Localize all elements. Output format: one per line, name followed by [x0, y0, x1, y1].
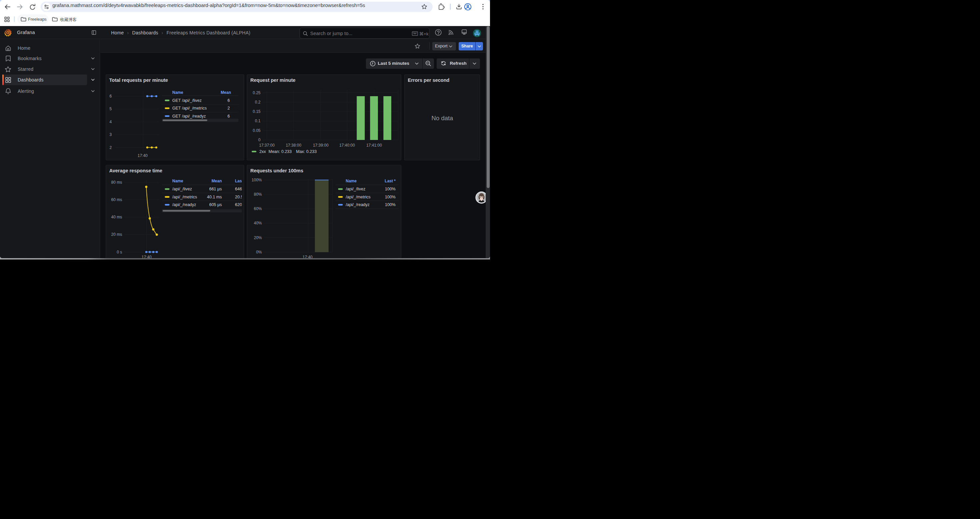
svg-text:80%: 80%	[253, 192, 261, 197]
svg-text:0: 0	[258, 137, 261, 142]
svg-text:2: 2	[228, 106, 230, 110]
svg-text:0.2: 0.2	[255, 100, 261, 105]
svg-text:100%: 100%	[385, 187, 396, 192]
svg-text:100%: 100%	[385, 195, 396, 200]
svg-text:60%: 60%	[253, 206, 261, 211]
svg-text:17:41:00: 17:41:00	[366, 143, 382, 147]
svg-text:17:38:00: 17:38:00	[286, 143, 301, 147]
svg-text:0 s: 0 s	[116, 249, 122, 254]
svg-text:40%: 40%	[253, 221, 261, 225]
svg-text:40 ms: 40 ms	[111, 215, 122, 219]
svg-text:80 ms: 80 ms	[111, 180, 122, 185]
svg-text:40.1 ms: 40.1 ms	[207, 195, 221, 200]
svg-text:17:39:00: 17:39:00	[313, 143, 329, 147]
svg-text:5: 5	[110, 107, 112, 111]
svg-text:Max: 0.233: Max: 0.233	[296, 149, 317, 154]
svg-text:GET /api/_/metrics: GET /api/_/metrics	[172, 106, 207, 110]
svg-text:100%: 100%	[251, 177, 262, 182]
svg-text:0.15: 0.15	[253, 109, 261, 114]
svg-text:3: 3	[110, 132, 112, 137]
svg-text:17:40: 17:40	[302, 254, 312, 258]
svg-text:Mean: 0.233: Mean: 0.233	[269, 149, 292, 154]
svg-text:Name: Name	[172, 179, 183, 184]
svg-text:2xx: 2xx	[259, 149, 266, 154]
svg-text:6: 6	[228, 98, 230, 103]
svg-text:/api/_/readyz: /api/_/readyz	[345, 203, 369, 207]
svg-text:20%: 20%	[253, 235, 261, 240]
svg-text:17:40:00: 17:40:00	[339, 143, 355, 147]
svg-text:/api/_/readyz: /api/_/readyz	[172, 203, 196, 207]
svg-text:0.1: 0.1	[255, 118, 261, 123]
svg-text:Mean: Mean	[221, 90, 231, 94]
svg-text:605 µs: 605 µs	[209, 203, 222, 207]
svg-text:100%: 100%	[385, 203, 396, 207]
svg-text:Name: Name	[345, 179, 356, 184]
svg-text:GET /api/_/readyz: GET /api/_/readyz	[172, 114, 206, 118]
svg-text:17:40: 17:40	[137, 153, 148, 158]
svg-text:/api/_/metrics: /api/_/metrics	[345, 195, 370, 200]
svg-text:Last *: Last *	[385, 179, 396, 184]
svg-text:Mean: Mean	[212, 179, 222, 184]
svg-text:4: 4	[110, 120, 112, 124]
svg-text:/api/_/metrics: /api/_/metrics	[172, 195, 197, 200]
svg-text:17:40: 17:40	[142, 254, 151, 258]
svg-text:/api/_/livez: /api/_/livez	[345, 187, 365, 192]
svg-text:20 ms: 20 ms	[111, 232, 122, 237]
svg-text:0.25: 0.25	[253, 90, 261, 95]
svg-text:0%: 0%	[256, 250, 262, 254]
svg-text:2: 2	[110, 145, 112, 150]
svg-text:/api/_/livez: /api/_/livez	[172, 187, 192, 192]
svg-text:6: 6	[228, 114, 230, 118]
svg-text:Name: Name	[172, 90, 183, 94]
svg-text:0.05: 0.05	[253, 128, 261, 133]
svg-text:17:37:00: 17:37:00	[259, 143, 275, 147]
svg-text:GET /api/_/livez: GET /api/_/livez	[172, 98, 202, 103]
svg-text:6: 6	[110, 94, 112, 99]
svg-text:661 µs: 661 µs	[209, 187, 222, 192]
svg-text:60 ms: 60 ms	[111, 197, 122, 202]
